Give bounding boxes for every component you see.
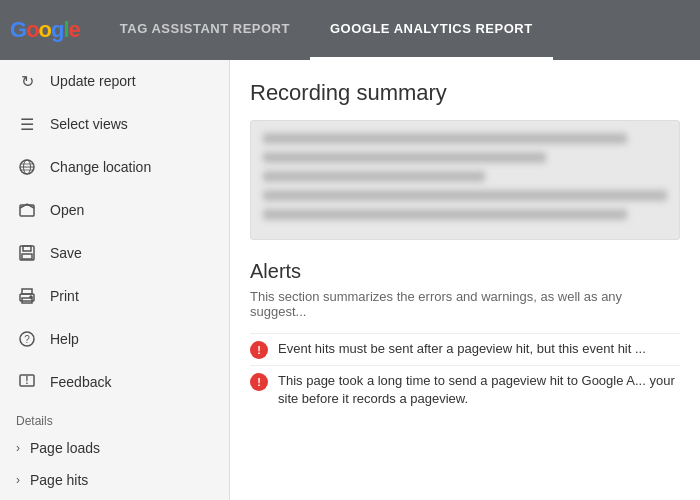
svg-rect-7 [23, 246, 31, 251]
sidebar-item-print[interactable]: Print [0, 275, 229, 318]
svg-text:?: ? [24, 334, 30, 345]
sidebar-item-label: Select views [50, 116, 128, 132]
details-item-page-hits[interactable]: › Page hits [0, 464, 229, 496]
open-icon [16, 199, 38, 221]
sidebar-item-label: Open [50, 202, 84, 218]
alert-item-2: ! This page took a long time to send a p… [250, 365, 680, 414]
feedback-icon: ! [16, 371, 38, 393]
sidebar-item-label: Print [50, 288, 79, 304]
alert-item-1: ! Event hits must be sent after a pagevi… [250, 333, 680, 365]
nav-tabs: TAG ASSISTANT REPORT GOOGLE ANALYTICS RE… [100, 0, 553, 60]
print-icon [16, 285, 38, 307]
svg-rect-8 [22, 254, 32, 259]
details-item-page-loads[interactable]: › Page loads [0, 432, 229, 464]
alert-text-1: Event hits must be sent after a pageview… [278, 340, 680, 358]
blurred-content [251, 121, 679, 239]
alerts-description: This section summarizes the errors and w… [250, 289, 680, 319]
save-icon [16, 242, 38, 264]
header: Google TAG ASSISTANT REPORT GOOGLE ANALY… [0, 0, 700, 60]
sidebar-item-help[interactable]: ? Help [0, 318, 229, 361]
tab-tag-assistant[interactable]: TAG ASSISTANT REPORT [100, 0, 310, 60]
alert-text-2: This page took a long time to send a pag… [278, 372, 680, 408]
blur-line [263, 133, 627, 144]
refresh-icon: ↻ [16, 70, 38, 92]
main-content: Recording summary Alerts This section su… [230, 60, 700, 500]
sidebar-item-select-views[interactable]: ☰ Select views [0, 103, 229, 146]
sidebar-item-label: Help [50, 331, 79, 347]
list-icon: ☰ [16, 113, 38, 135]
recording-summary-title: Recording summary [250, 80, 680, 106]
alert-error-icon-2: ! [250, 373, 268, 391]
tab-google-analytics[interactable]: GOOGLE ANALYTICS REPORT [310, 0, 553, 60]
body-layout: ↻ Update report ☰ Select views Change lo… [0, 60, 700, 500]
sidebar-item-label: Change location [50, 159, 151, 175]
details-label: Details [0, 404, 229, 432]
sidebar-item-update-report[interactable]: ↻ Update report [0, 60, 229, 103]
google-logo: Google [10, 17, 80, 43]
blur-line [263, 171, 485, 182]
svg-point-12 [30, 296, 32, 298]
details-item-event-hits[interactable]: › Event hits [0, 496, 229, 500]
chevron-right-icon: › [16, 473, 20, 487]
globe-icon [16, 156, 38, 178]
sidebar-item-change-location[interactable]: Change location [0, 146, 229, 189]
details-item-label: Page loads [30, 440, 100, 456]
sidebar-item-open[interactable]: Open [0, 189, 229, 232]
sidebar-item-label: Save [50, 245, 82, 261]
help-icon: ? [16, 328, 38, 350]
blur-line [263, 209, 627, 220]
blur-line [263, 152, 546, 163]
sidebar: ↻ Update report ☰ Select views Change lo… [0, 60, 230, 500]
alert-error-icon-1: ! [250, 341, 268, 359]
svg-text:!: ! [25, 375, 28, 386]
recording-summary-box [250, 120, 680, 240]
sidebar-item-save[interactable]: Save [0, 232, 229, 275]
chevron-right-icon: › [16, 441, 20, 455]
sidebar-item-feedback[interactable]: ! Feedback [0, 361, 229, 404]
sidebar-item-label: Update report [50, 73, 136, 89]
blur-line [263, 190, 667, 201]
alerts-title: Alerts [250, 260, 680, 283]
sidebar-item-label: Feedback [50, 374, 111, 390]
details-item-label: Page hits [30, 472, 88, 488]
